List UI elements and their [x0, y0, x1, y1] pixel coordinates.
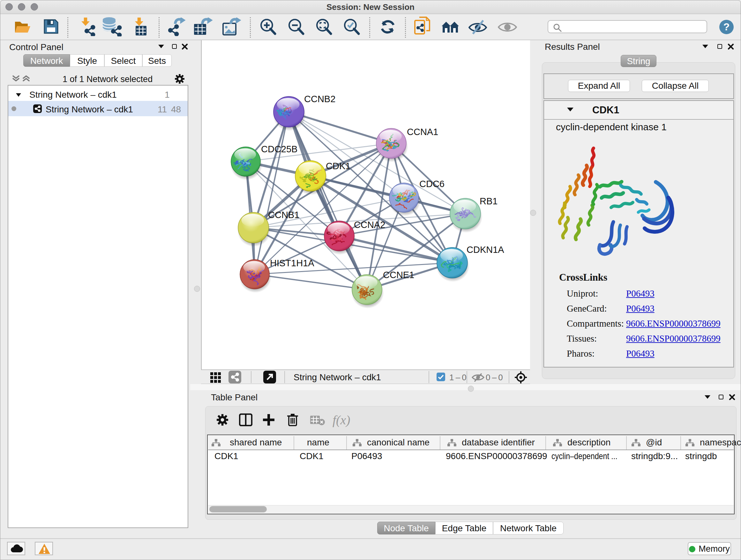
svg-text:CDC25B: CDC25B — [261, 144, 297, 154]
svg-text:CDK1: CDK1 — [326, 161, 350, 171]
svg-text:HIST1H1A: HIST1H1A — [270, 258, 314, 268]
svg-text:CCNA1: CCNA1 — [407, 127, 438, 137]
svg-text:CCNA2: CCNA2 — [354, 220, 385, 230]
svg-text:CCNB2: CCNB2 — [304, 94, 335, 104]
svg-text:CDKN1A: CDKN1A — [467, 245, 504, 255]
svg-text:RB1: RB1 — [480, 196, 497, 206]
svg-text:CCNB1: CCNB1 — [268, 210, 299, 220]
svg-text:CDC6: CDC6 — [419, 179, 445, 189]
svg-text:CCNE1: CCNE1 — [383, 270, 414, 280]
